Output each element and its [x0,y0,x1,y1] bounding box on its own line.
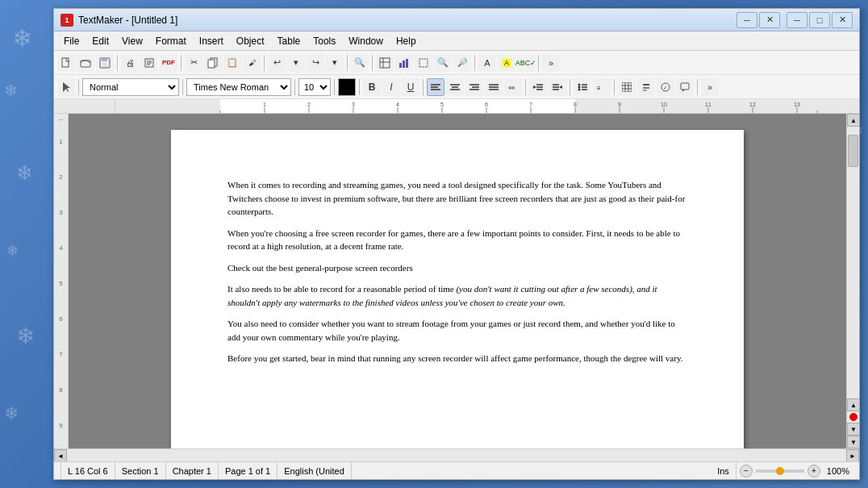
svg-rect-11 [380,58,390,68]
horizontal-ruler: 1 2 3 4 5 6 7 8 9 10 11 12 13 [115,99,859,114]
scroll-thumb[interactable] [848,135,858,167]
menu-file[interactable]: File [57,34,86,48]
minimize-btn[interactable]: ─ [787,12,807,28]
menu-tools[interactable]: Tools [307,34,342,48]
zoom-slider[interactable] [756,469,804,473]
svg-text:✓: ✓ [663,85,668,90]
print-btn[interactable]: 🖨 [121,54,139,72]
status-bar: L 16 Col 6 Section 1 Chapter 1 Page 1 of… [54,461,859,479]
sub-minimize-btn[interactable]: ─ [737,12,757,28]
scroll-up-btn[interactable]: ▲ [847,114,859,127]
h-scroll-track[interactable] [67,449,846,461]
indent-dec-btn[interactable] [529,78,547,96]
scroll-right-btn[interactable]: ► [846,449,859,462]
indent-inc-btn[interactable] [549,78,566,96]
paragraph-style-select[interactable]: Normal Heading 1 Heading 2 [82,78,179,96]
bullet-list-btn[interactable] [574,78,591,96]
undo-dd-btn[interactable]: ▾ [287,54,305,72]
paste-btn[interactable]: 📋 [223,54,241,72]
redo-dd-btn[interactable]: ▾ [326,54,344,72]
vertical-scrollbar[interactable]: ▲ ▲ ▼ ▼ [846,114,859,448]
more-btn1[interactable]: » [542,54,560,72]
menu-edit[interactable]: Edit [86,34,115,48]
zoom-out-doc-btn[interactable]: 🔎 [453,54,471,72]
menu-format[interactable]: Format [149,34,193,48]
ruler-4: 4 [59,245,62,252]
zoom-dot [776,467,784,475]
align-justify-btn[interactable] [485,78,503,96]
cursor-position: L 16 Col 6 [61,462,115,479]
svg-text:10: 10 [661,102,667,107]
scroll-extra: ▲ ▼ [847,398,859,436]
copy-btn[interactable] [204,54,222,72]
frame-btn[interactable] [415,54,432,72]
svg-text:1: 1 [263,102,266,107]
zoom-level: 100% [827,466,849,476]
redo-btn[interactable]: ↪ [307,54,324,72]
styles-btn[interactable] [637,78,655,96]
cursor-btn[interactable] [57,78,75,96]
page-content[interactable]: When it comes to recording and streaming… [227,178,687,365]
comment-btn[interactable] [676,78,694,96]
track-changes-btn[interactable]: ✓ [657,78,674,96]
scroll-track[interactable] [847,127,859,398]
print-preview-btn[interactable] [140,54,158,72]
zoom-in-btn[interactable]: + [807,465,820,478]
save-btn[interactable] [96,54,114,72]
more-btn2[interactable]: » [701,78,719,96]
underline-btn[interactable]: U [402,78,419,96]
insert-table-btn[interactable] [376,54,394,72]
text-color-btn[interactable]: A [478,54,496,72]
font-color-btn[interactable] [338,78,356,96]
document-page[interactable]: When it comes to recording and streaming… [171,130,744,448]
italic-btn[interactable]: I [382,78,400,96]
scroll-next-page-btn[interactable]: ▼ [847,423,859,436]
svg-rect-47 [622,82,632,92]
scroll-down-btn[interactable]: ▼ [847,436,859,448]
document-area[interactable]: When it comes to recording and streaming… [69,114,846,448]
zoom-out-btn[interactable]: − [740,465,753,478]
new-btn[interactable] [57,54,75,72]
font-select[interactable]: Times New Roman Arial Calibri [186,78,291,96]
sep5 [372,55,373,71]
align-left-btn[interactable] [427,78,444,96]
highlight-btn[interactable]: A [498,54,515,72]
ruler-7: 7 [59,352,62,358]
restore-btn[interactable]: □ [809,12,830,28]
menu-object[interactable]: Object [230,34,271,48]
ruler-marker: ─ [59,117,63,123]
menu-table[interactable]: Table [271,34,307,48]
svg-text:13: 13 [794,102,800,107]
align-right-btn[interactable] [465,78,483,96]
menu-view[interactable]: View [115,34,149,48]
zoom-in-doc-btn[interactable]: 🔍 [434,54,452,72]
scroll-left-btn[interactable]: ◄ [54,449,67,462]
align-center-btn[interactable] [446,78,464,96]
sep13 [423,79,424,95]
pdf-btn[interactable]: PDF [160,54,177,72]
menu-insert[interactable]: Insert [193,34,230,48]
sub-close-btn[interactable]: ✕ [759,12,780,28]
scroll-indicator [849,413,858,421]
menu-bar: File Edit View Format Insert Object Tabl… [54,31,859,51]
cut-btn[interactable]: ✂ [185,54,202,72]
table-grid-btn[interactable] [618,78,636,96]
scroll-prev-page-btn[interactable]: ▲ [847,398,859,411]
close-btn[interactable]: ✕ [832,12,853,28]
numbered-list-btn[interactable]: ≡ [593,78,611,96]
chart-btn[interactable] [395,54,413,72]
spell-btn[interactable]: ABC✓ [517,54,535,72]
insert-mode: Ins [711,462,737,479]
bold-btn[interactable]: B [363,78,381,96]
find-btn[interactable]: 🔍 [351,54,369,72]
font-size-select[interactable]: 10 12 14 [298,78,331,96]
text-dir-btn[interactable]: ⇔ [504,78,522,96]
sep7 [538,55,539,71]
sep4 [347,55,348,71]
menu-help[interactable]: Help [390,34,423,48]
undo-btn[interactable]: ↩ [268,54,286,72]
menu-window[interactable]: Window [342,34,390,48]
svg-rect-10 [208,60,215,68]
format-copy-btn[interactable]: 🖌 [243,54,261,72]
open-btn[interactable] [77,54,94,72]
